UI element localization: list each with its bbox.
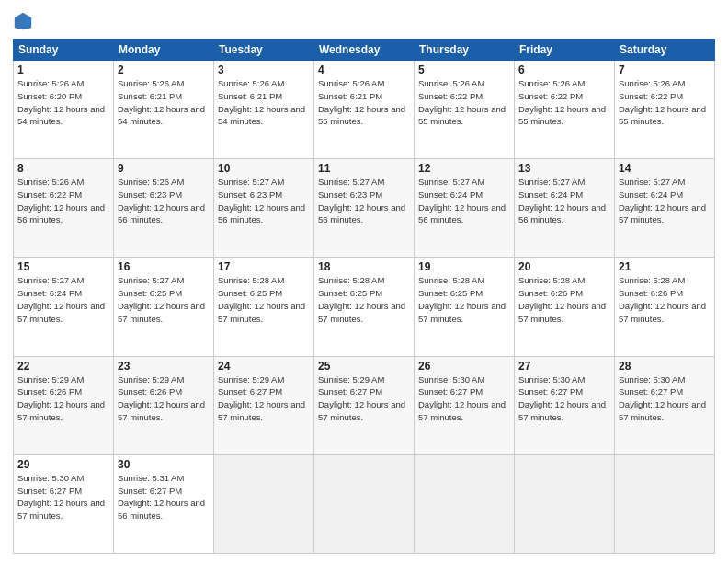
day-info: Sunrise: 5:26 AMSunset: 6:21 PMDaylight:… [118, 77, 210, 128]
calendar-cell [615, 454, 715, 553]
day-number: 3 [218, 63, 310, 76]
calendar-cell: 11Sunrise: 5:27 AMSunset: 6:23 PMDayligh… [314, 159, 415, 258]
calendar-cell: 1Sunrise: 5:26 AMSunset: 6:20 PMDaylight… [14, 61, 114, 159]
day-info: Sunrise: 5:27 AMSunset: 6:24 PMDaylight:… [17, 274, 109, 325]
day-number: 9 [118, 162, 210, 175]
day-number: 11 [318, 162, 410, 175]
day-info: Sunrise: 5:30 AMSunset: 6:27 PMDaylight:… [17, 472, 109, 523]
calendar-cell: 12Sunrise: 5:27 AMSunset: 6:24 PMDayligh… [415, 159, 515, 258]
calendar-cell: 25Sunrise: 5:29 AMSunset: 6:27 PMDayligh… [314, 356, 415, 454]
day-info: Sunrise: 5:28 AMSunset: 6:26 PMDaylight:… [518, 274, 610, 325]
day-number: 1 [17, 63, 109, 76]
day-number: 29 [17, 458, 109, 471]
day-number: 21 [619, 260, 711, 273]
header [13, 11, 715, 31]
calendar-week-row: 29Sunrise: 5:30 AMSunset: 6:27 PMDayligh… [14, 454, 715, 553]
day-info: Sunrise: 5:26 AMSunset: 6:23 PMDaylight:… [118, 176, 210, 226]
calendar-week-row: 22Sunrise: 5:29 AMSunset: 6:26 PMDayligh… [14, 356, 715, 454]
day-info: Sunrise: 5:28 AMSunset: 6:25 PMDaylight:… [418, 274, 510, 325]
calendar-cell [515, 454, 615, 553]
col-header-friday: Friday [515, 40, 615, 61]
day-number: 4 [318, 63, 410, 76]
calendar-week-row: 1Sunrise: 5:26 AMSunset: 6:20 PMDaylight… [14, 61, 715, 159]
calendar-cell: 22Sunrise: 5:29 AMSunset: 6:26 PMDayligh… [14, 356, 114, 454]
day-info: Sunrise: 5:26 AMSunset: 6:21 PMDaylight:… [218, 77, 310, 128]
day-number: 13 [518, 162, 610, 175]
logo-icon [13, 11, 33, 31]
day-info: Sunrise: 5:28 AMSunset: 6:25 PMDaylight:… [218, 274, 310, 325]
col-header-thursday: Thursday [415, 40, 515, 61]
day-number: 14 [619, 162, 711, 175]
day-number: 12 [418, 162, 510, 175]
calendar-cell: 8Sunrise: 5:26 AMSunset: 6:22 PMDaylight… [14, 159, 114, 258]
calendar-cell: 7Sunrise: 5:26 AMSunset: 6:22 PMDaylight… [615, 61, 715, 159]
day-number: 25 [318, 360, 410, 373]
calendar-cell: 15Sunrise: 5:27 AMSunset: 6:24 PMDayligh… [14, 258, 114, 356]
day-info: Sunrise: 5:27 AMSunset: 6:24 PMDaylight:… [418, 176, 510, 226]
col-header-sunday: Sunday [14, 40, 114, 61]
calendar-cell [214, 454, 314, 553]
day-number: 26 [418, 360, 510, 373]
col-header-monday: Monday [114, 40, 214, 61]
day-number: 15 [17, 260, 109, 273]
day-number: 27 [518, 360, 610, 373]
day-number: 5 [418, 63, 510, 76]
day-info: Sunrise: 5:26 AMSunset: 6:22 PMDaylight:… [619, 77, 711, 128]
day-number: 8 [17, 162, 109, 175]
calendar-cell: 14Sunrise: 5:27 AMSunset: 6:24 PMDayligh… [615, 159, 715, 258]
calendar-week-row: 15Sunrise: 5:27 AMSunset: 6:24 PMDayligh… [14, 258, 715, 356]
day-info: Sunrise: 5:29 AMSunset: 6:26 PMDaylight:… [17, 373, 109, 424]
col-header-tuesday: Tuesday [214, 40, 314, 61]
calendar-cell: 17Sunrise: 5:28 AMSunset: 6:25 PMDayligh… [214, 258, 314, 356]
calendar-cell: 2Sunrise: 5:26 AMSunset: 6:21 PMDaylight… [114, 61, 214, 159]
calendar-cell: 23Sunrise: 5:29 AMSunset: 6:26 PMDayligh… [114, 356, 214, 454]
col-header-wednesday: Wednesday [314, 40, 415, 61]
day-info: Sunrise: 5:26 AMSunset: 6:21 PMDaylight:… [318, 77, 410, 128]
day-number: 6 [518, 63, 610, 76]
day-number: 22 [17, 360, 109, 373]
day-number: 17 [218, 260, 310, 273]
calendar-cell: 5Sunrise: 5:26 AMSunset: 6:22 PMDaylight… [415, 61, 515, 159]
calendar-cell: 24Sunrise: 5:29 AMSunset: 6:27 PMDayligh… [214, 356, 314, 454]
day-number: 23 [118, 360, 210, 373]
calendar-cell: 6Sunrise: 5:26 AMSunset: 6:22 PMDaylight… [515, 61, 615, 159]
calendar-cell: 3Sunrise: 5:26 AMSunset: 6:21 PMDaylight… [214, 61, 314, 159]
calendar-cell: 30Sunrise: 5:31 AMSunset: 6:27 PMDayligh… [114, 454, 214, 553]
day-info: Sunrise: 5:31 AMSunset: 6:27 PMDaylight:… [118, 472, 210, 523]
calendar-cell: 18Sunrise: 5:28 AMSunset: 6:25 PMDayligh… [314, 258, 415, 356]
calendar-cell: 10Sunrise: 5:27 AMSunset: 6:23 PMDayligh… [214, 159, 314, 258]
day-number: 30 [118, 458, 210, 471]
day-info: Sunrise: 5:27 AMSunset: 6:23 PMDaylight:… [218, 176, 310, 226]
day-number: 19 [418, 260, 510, 273]
day-info: Sunrise: 5:29 AMSunset: 6:27 PMDaylight:… [218, 373, 310, 424]
day-info: Sunrise: 5:30 AMSunset: 6:27 PMDaylight:… [418, 373, 510, 424]
day-number: 7 [619, 63, 711, 76]
calendar-cell: 16Sunrise: 5:27 AMSunset: 6:25 PMDayligh… [114, 258, 214, 356]
calendar-cell: 19Sunrise: 5:28 AMSunset: 6:25 PMDayligh… [415, 258, 515, 356]
day-number: 10 [218, 162, 310, 175]
calendar-header-row: SundayMondayTuesdayWednesdayThursdayFrid… [14, 40, 715, 61]
calendar-cell: 13Sunrise: 5:27 AMSunset: 6:24 PMDayligh… [515, 159, 615, 258]
day-info: Sunrise: 5:27 AMSunset: 6:24 PMDaylight:… [619, 176, 711, 226]
day-info: Sunrise: 5:30 AMSunset: 6:27 PMDaylight:… [619, 373, 711, 424]
calendar-cell [415, 454, 515, 553]
calendar-cell [314, 454, 415, 553]
calendar-cell: 21Sunrise: 5:28 AMSunset: 6:26 PMDayligh… [615, 258, 715, 356]
day-number: 28 [619, 360, 711, 373]
day-number: 2 [118, 63, 210, 76]
day-info: Sunrise: 5:29 AMSunset: 6:26 PMDaylight:… [118, 373, 210, 424]
calendar-cell: 4Sunrise: 5:26 AMSunset: 6:21 PMDaylight… [314, 61, 415, 159]
day-info: Sunrise: 5:26 AMSunset: 6:22 PMDaylight:… [518, 77, 610, 128]
col-header-saturday: Saturday [615, 40, 715, 61]
calendar-cell: 26Sunrise: 5:30 AMSunset: 6:27 PMDayligh… [415, 356, 515, 454]
day-info: Sunrise: 5:26 AMSunset: 6:22 PMDaylight:… [17, 176, 109, 226]
calendar-cell: 28Sunrise: 5:30 AMSunset: 6:27 PMDayligh… [615, 356, 715, 454]
day-info: Sunrise: 5:27 AMSunset: 6:25 PMDaylight:… [118, 274, 210, 325]
day-number: 20 [518, 260, 610, 273]
day-info: Sunrise: 5:26 AMSunset: 6:20 PMDaylight:… [17, 77, 109, 128]
calendar-cell: 29Sunrise: 5:30 AMSunset: 6:27 PMDayligh… [14, 454, 114, 553]
day-info: Sunrise: 5:28 AMSunset: 6:26 PMDaylight:… [619, 274, 711, 325]
calendar-table: SundayMondayTuesdayWednesdayThursdayFrid… [13, 39, 715, 554]
day-number: 24 [218, 360, 310, 373]
calendar-cell: 27Sunrise: 5:30 AMSunset: 6:27 PMDayligh… [515, 356, 615, 454]
